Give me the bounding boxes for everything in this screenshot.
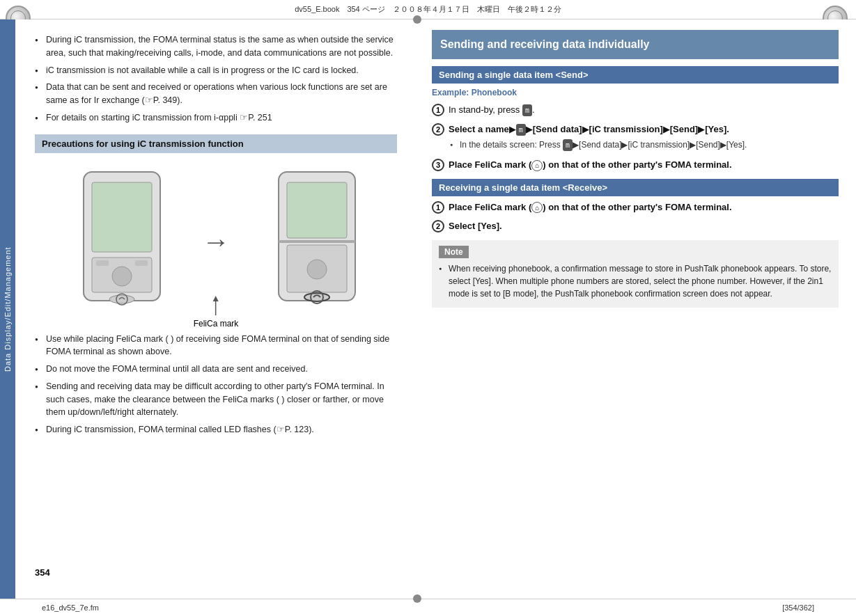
bullet-item: Data that can be sent and received or op…	[35, 81, 397, 107]
svg-point-13	[304, 293, 329, 301]
step-3: 3 Place FeliCa mark (⌂) on that of the o…	[432, 158, 839, 172]
left-page: Data Display/Edit/Management During iC t…	[0, 19, 418, 599]
svg-rect-1	[92, 182, 152, 252]
step-sub-item: In the details screen: Press m▶[Send dat…	[450, 139, 747, 151]
recv-step-num-2: 2	[432, 220, 444, 232]
note-list: When receiving phonebook, a confirmation…	[439, 262, 832, 300]
step-num-2: 2	[432, 123, 444, 136]
bottom-bullet-list: Use while placing FeliCa mark ( ) of rec…	[35, 333, 397, 436]
recv-step-content-2: Select [Yes].	[449, 219, 502, 233]
recv-step-num-1: 1	[432, 201, 444, 214]
step-1: 1 In stand-by, press m.	[432, 103, 839, 117]
right-page: Sending and receiving data individually …	[418, 19, 856, 599]
page-header: dv55_E.book 354 ページ ２００８年４月１７日 木曜日 午後２時１…	[0, 0, 856, 19]
bullet-item: iC transmission is not available while a…	[35, 64, 397, 77]
phone-right	[272, 168, 362, 308]
svg-rect-4	[96, 260, 109, 266]
phone-left	[77, 168, 167, 308]
step-content-2: Select a name▶m▶[Send data]▶[iC transmis…	[449, 123, 747, 153]
send-steps: 1 In stand-by, press m. 2 Select a name▶…	[432, 103, 839, 172]
felica-mark-label: FeliCa mark	[194, 296, 239, 329]
arrow-icon: →	[202, 226, 230, 257]
send-section-heading: Sending a single data item <Send>	[432, 66, 839, 84]
top-bullet-list: During iC transmission, the FOMA termina…	[35, 33, 397, 125]
section-heading: Precautions for using iC transmission fu…	[35, 134, 397, 153]
step-num-3: 3	[432, 159, 444, 171]
svg-point-12	[307, 260, 327, 279]
bullet-item: During iC transmission, FOMA terminal ca…	[35, 423, 397, 436]
note-item: When receiving phonebook, a confirmation…	[439, 262, 832, 300]
receive-section-heading: Receiving a single data item <Receive>	[432, 179, 839, 196]
bullet-item: Use while placing FeliCa mark ( ) of rec…	[35, 333, 397, 359]
example-label: Example: Phonebook	[432, 88, 839, 97]
bullet-item: For details on starting iC transmission …	[35, 111, 397, 125]
vertical-tab-label: Data Display/Edit/Management	[0, 19, 15, 599]
center-mark-bottom	[413, 594, 421, 603]
felica-label-text: FeliCa mark	[194, 319, 239, 329]
svg-rect-9	[287, 182, 347, 238]
footer-left: e16_dv55_7e.fm	[42, 603, 99, 612]
bullet-item: During iC transmission, the FOMA termina…	[35, 33, 397, 60]
svg-point-6	[109, 295, 134, 303]
svg-point-3	[112, 267, 132, 286]
note-box: Note When receiving phonebook, a confirm…	[432, 240, 839, 308]
page-number: 354	[35, 567, 50, 578]
note-heading: Note	[439, 246, 469, 258]
step-content-1: In stand-by, press m.	[449, 103, 535, 117]
center-mark-top	[413, 15, 421, 24]
page-title: Sending and receiving data individually	[432, 30, 839, 59]
step-content-3: Place FeliCa mark (⌂) on that of the oth…	[449, 158, 732, 172]
recv-step-2: 2 Select [Yes].	[432, 219, 839, 233]
recv-step-1: 1 Place FeliCa mark (⌂) on that of the o…	[432, 200, 839, 214]
svg-rect-5	[135, 260, 148, 266]
receive-steps: 1 Place FeliCa mark (⌂) on that of the o…	[432, 200, 839, 233]
svg-marker-16	[213, 296, 219, 301]
footer-right: [354/362]	[782, 603, 814, 612]
step-2-sub: In the details screen: Press m▶[Send dat…	[449, 139, 747, 151]
step-num-1: 1	[432, 104, 444, 116]
bullet-item: Sending and receiving data may be diffic…	[35, 380, 397, 419]
page-footer: e16_dv55_7e.fm [354/362]	[0, 599, 856, 616]
svg-rect-10	[279, 240, 355, 243]
bullet-item: Do not move the FOMA terminal until all …	[35, 363, 397, 376]
recv-step-content-1: Place FeliCa mark (⌂) on that of the oth…	[449, 200, 732, 214]
header-text: dv55_E.book 354 ページ ２００８年４月１７日 木曜日 午後２時１…	[295, 4, 561, 15]
step-2: 2 Select a name▶m▶[Send data]▶[iC transm…	[432, 123, 839, 153]
phone-illustration: →	[35, 161, 397, 322]
